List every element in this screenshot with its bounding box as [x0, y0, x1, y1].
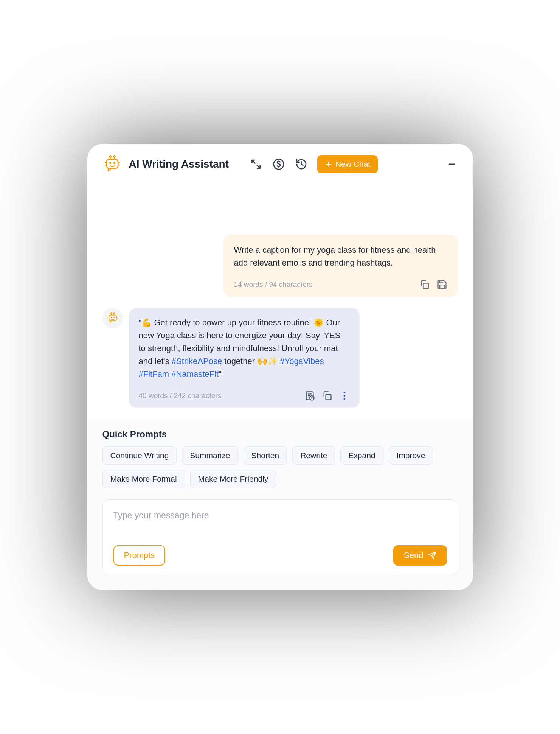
- plus-icon: [325, 160, 332, 168]
- chip-make-more-formal[interactable]: Make More Formal: [102, 470, 185, 488]
- ai-message-footer: 40 words / 242 characters: [139, 390, 350, 401]
- copy-icon[interactable]: [419, 279, 430, 290]
- robot-icon: [102, 154, 122, 174]
- svg-point-31: [343, 395, 345, 397]
- input-placeholder: Type your message here: [113, 510, 447, 530]
- ai-message: "💪 Get ready to power up your fitness ro…: [129, 308, 360, 408]
- chip-rewrite[interactable]: Rewrite: [292, 446, 335, 465]
- send-button[interactable]: Send: [393, 545, 447, 566]
- svg-point-30: [343, 392, 345, 394]
- message-input[interactable]: Type your message here Prompts Send: [102, 499, 458, 575]
- robot-icon: [106, 312, 119, 325]
- add-to-editor-icon[interactable]: [304, 390, 315, 401]
- svg-point-17: [110, 317, 112, 318]
- user-message-actions: [419, 279, 447, 290]
- save-icon[interactable]: [437, 279, 447, 290]
- quick-prompts-section: Quick Prompts Continue Writing Summarize…: [87, 419, 473, 499]
- ai-message-actions: [304, 390, 350, 401]
- header-actions: [250, 158, 307, 170]
- ai-message-text: "💪 Get ready to power up your fitness ro…: [139, 316, 350, 381]
- chip-improve[interactable]: Improve: [389, 446, 433, 465]
- minus-icon: [447, 160, 456, 169]
- ai-avatar: [102, 308, 123, 328]
- history-icon[interactable]: [295, 158, 307, 170]
- copy-icon[interactable]: [322, 390, 332, 401]
- header: AI Writing Assistant New Chat: [87, 144, 473, 178]
- svg-point-1: [109, 162, 111, 164]
- user-message-footer: 14 words / 94 characters: [234, 279, 447, 290]
- app-title: AI Writing Assistant: [129, 158, 229, 170]
- quick-prompt-chips: Continue Writing Summarize Shorten Rewri…: [102, 446, 458, 488]
- svg-point-32: [343, 398, 345, 400]
- ai-message-row: "💪 Get ready to power up your fitness ro…: [102, 308, 458, 408]
- expand-icon[interactable]: [250, 158, 262, 170]
- svg-point-22: [113, 313, 115, 314]
- send-label: Send: [404, 550, 423, 560]
- svg-point-2: [113, 162, 115, 164]
- svg-point-4: [109, 156, 111, 157]
- svg-point-20: [111, 313, 112, 314]
- ai-word-count: 40 words / 242 characters: [139, 392, 222, 400]
- user-word-count: 14 words / 94 characters: [234, 280, 313, 289]
- svg-rect-15: [423, 283, 428, 288]
- new-chat-button[interactable]: New Chat: [317, 155, 378, 173]
- more-icon[interactable]: [339, 390, 350, 401]
- chip-expand[interactable]: Expand: [340, 446, 383, 465]
- chat-card: AI Writing Assistant New Chat: [87, 144, 473, 591]
- chat-area: Write a caption for my yoga class for fi…: [87, 178, 473, 420]
- chip-make-more-friendly[interactable]: Make More Friendly: [190, 470, 276, 488]
- svg-point-18: [113, 317, 115, 318]
- pricing-icon[interactable]: [273, 158, 285, 170]
- minimize-button[interactable]: [446, 158, 458, 170]
- chip-continue-writing[interactable]: Continue Writing: [102, 446, 177, 465]
- send-icon: [428, 551, 436, 560]
- prompts-button[interactable]: Prompts: [113, 545, 166, 566]
- user-message-text: Write a caption for my yoga class for fi…: [234, 244, 447, 269]
- chip-summarize[interactable]: Summarize: [182, 446, 238, 465]
- user-message: Write a caption for my yoga class for fi…: [223, 235, 458, 297]
- svg-rect-29: [326, 395, 331, 400]
- input-section: Type your message here Prompts Send: [87, 499, 473, 590]
- svg-point-6: [113, 156, 115, 157]
- new-chat-label: New Chat: [335, 160, 370, 169]
- chip-shorten[interactable]: Shorten: [244, 446, 287, 465]
- quick-prompts-title: Quick Prompts: [102, 429, 458, 440]
- input-actions: Prompts Send: [113, 545, 447, 566]
